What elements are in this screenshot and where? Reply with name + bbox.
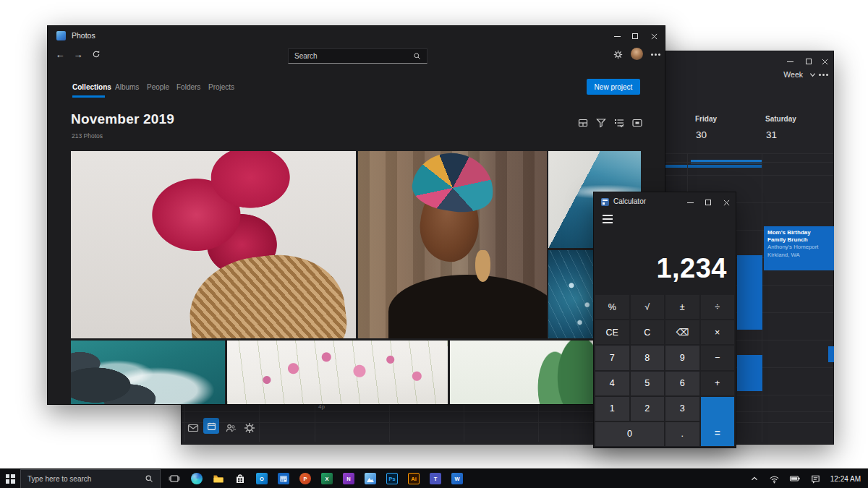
store-bag-icon: [234, 473, 246, 484]
close-icon: [723, 200, 730, 206]
calc-button-minus[interactable]: −: [701, 346, 735, 369]
wifi-icon[interactable]: [769, 474, 780, 484]
tab-projects[interactable]: Projects: [208, 83, 234, 91]
calc-button-9[interactable]: 9: [665, 346, 699, 369]
tab-collections[interactable]: Collections: [72, 83, 111, 91]
calc-button-sqrt[interactable]: √: [631, 295, 665, 319]
calc-button-backspace[interactable]: ⌫: [665, 320, 699, 344]
calc-button-plus[interactable]: +: [701, 372, 735, 395]
maximize-icon: [806, 59, 812, 64]
calendar-close-button[interactable]: [815, 56, 834, 67]
calculator-keypad: % √ ± ÷ CE C ⌫ × 7 8 9 − 4 5 6 + 1 2 3 =…: [595, 295, 734, 446]
people-icon[interactable]: [225, 422, 237, 434]
calc-button-6[interactable]: 6: [665, 372, 699, 395]
calendar-event-friday-evening[interactable]: [737, 355, 762, 391]
calculator-maximize-button[interactable]: [699, 197, 718, 208]
calculator-minimize-button[interactable]: [681, 197, 699, 208]
maximize-icon: [632, 33, 638, 39]
taskbar-app-outlook[interactable]: O: [256, 473, 268, 484]
calendar-event-saturday-edge[interactable]: [828, 346, 834, 362]
photos-maximize-button[interactable]: [626, 30, 644, 42]
taskbar-app-word[interactable]: W: [451, 473, 463, 484]
photo-flowers-in-basket[interactable]: [71, 151, 356, 338]
taskbar-app-onenote[interactable]: N: [343, 473, 354, 484]
calendar-event-friday-afternoon[interactable]: [737, 255, 762, 330]
taskbar-app-excel[interactable]: X: [321, 473, 333, 484]
calc-button-clear[interactable]: C: [631, 320, 665, 344]
calc-button-decimal[interactable]: .: [665, 422, 699, 446]
tab-people[interactable]: People: [147, 83, 169, 91]
layout-icon[interactable]: [577, 117, 589, 129]
battery-icon[interactable]: [789, 473, 801, 484]
calendar-event-card[interactable]: Mom's Birthday Family Brunch Anthony's H…: [764, 226, 834, 270]
taskbar-search-input[interactable]: Type here to search: [20, 469, 161, 488]
taskbar-app-file-explorer[interactable]: [213, 473, 224, 484]
calc-button-8[interactable]: 8: [631, 346, 665, 369]
task-view-button[interactable]: [168, 472, 181, 485]
taskbar-app-photos[interactable]: [365, 473, 376, 484]
selection-list-icon[interactable]: [613, 117, 625, 129]
back-button[interactable]: ←: [54, 48, 67, 61]
photos-search-input[interactable]: Search: [288, 48, 427, 64]
settings-button[interactable]: [611, 48, 624, 61]
taskbar-app-powerpoint[interactable]: P: [299, 473, 311, 484]
taskbar-app-photoshop[interactable]: Ps: [386, 473, 398, 484]
chevron-down-icon[interactable]: [809, 72, 816, 78]
search-placeholder: Search: [294, 52, 318, 60]
calc-button-7[interactable]: 7: [595, 346, 629, 369]
calc-button-3[interactable]: 3: [665, 397, 699, 421]
taskbar-search-placeholder: Type here to search: [27, 475, 91, 483]
filter-icon[interactable]: [595, 117, 607, 129]
calendar-view-selector[interactable]: Week: [783, 70, 803, 79]
taskbar-app-illustrator[interactable]: Ai: [408, 473, 420, 484]
taskbar-app-store[interactable]: [234, 473, 246, 484]
calc-button-4[interactable]: 4: [595, 372, 629, 395]
taskbar-app-teams[interactable]: T: [430, 473, 441, 484]
photo-pink-cosmos[interactable]: [227, 341, 448, 404]
calculator-window: Calculator 1,234 % √ ± ÷ CE C ⌫ × 7 8 9 …: [593, 192, 736, 448]
photo-ocean-rocks[interactable]: [71, 341, 225, 404]
close-icon: [651, 33, 658, 40]
slideshow-icon[interactable]: [631, 117, 643, 129]
mail-icon[interactable]: [187, 422, 199, 434]
day-number-30[interactable]: 30: [696, 129, 707, 140]
calc-button-0[interactable]: 0: [595, 422, 664, 446]
photos-close-button[interactable]: [644, 30, 663, 42]
tab-folders[interactable]: Folders: [176, 83, 200, 91]
calc-button-5[interactable]: 5: [631, 372, 665, 395]
calendar-nav-active[interactable]: [203, 418, 219, 434]
calc-button-1[interactable]: 1: [595, 397, 629, 421]
taskbar-app-calendar[interactable]: [278, 473, 289, 484]
hamburger-menu-icon[interactable]: [603, 215, 613, 216]
calc-button-percent[interactable]: %: [595, 295, 629, 319]
art-earring: [475, 250, 490, 282]
account-avatar[interactable]: [631, 48, 643, 60]
calc-button-equals[interactable]: =: [701, 397, 735, 446]
taskbar-app-edge[interactable]: [191, 473, 203, 484]
calendar-more-icon[interactable]: [822, 74, 825, 76]
settings-gear-icon[interactable]: [244, 422, 255, 434]
calendar-icon: [207, 421, 216, 431]
calculator-app-icon: [601, 198, 609, 206]
start-button[interactable]: [0, 469, 20, 488]
see-more-button[interactable]: [649, 48, 662, 61]
photo-woman-with-headwrap[interactable]: [358, 151, 547, 338]
taskbar-clock[interactable]: 12:24 AM: [830, 475, 861, 483]
photos-minimize-button[interactable]: [608, 30, 626, 42]
action-center-icon[interactable]: [810, 474, 821, 484]
new-project-button[interactable]: New project: [587, 79, 640, 95]
task-view-icon: [169, 473, 180, 484]
calculator-close-button[interactable]: [717, 197, 736, 208]
refresh-button[interactable]: [90, 48, 103, 61]
day-number-31[interactable]: 31: [766, 129, 777, 140]
calc-button-clear-entry[interactable]: CE: [595, 320, 629, 344]
art-headwrap: [409, 151, 498, 216]
calc-button-negate[interactable]: ±: [665, 295, 699, 319]
calendar-minimize-button[interactable]: [780, 56, 799, 67]
calc-button-multiply[interactable]: ×: [701, 320, 735, 344]
calc-button-2[interactable]: 2: [631, 397, 665, 421]
hidden-icons-chevron-icon[interactable]: [749, 474, 760, 484]
forward-button[interactable]: →: [72, 48, 85, 61]
calc-button-divide[interactable]: ÷: [701, 295, 735, 319]
tab-albums[interactable]: Albums: [115, 83, 139, 91]
